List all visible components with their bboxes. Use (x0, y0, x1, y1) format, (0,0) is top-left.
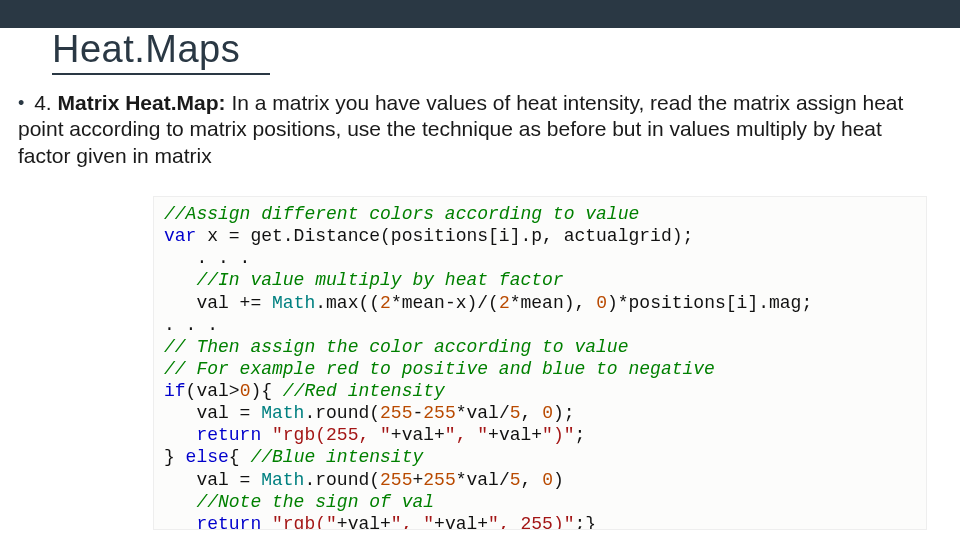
code-block: //Assign different colors according to v… (153, 196, 927, 530)
bullet-marker: • (18, 93, 24, 113)
code-comment: //Red intensity (283, 381, 445, 401)
code-comment: //Assign different colors according to v… (164, 204, 639, 224)
code-text: x = get.Distance(positions[i].p, actualg… (196, 226, 693, 246)
code-keyword: if (164, 381, 186, 401)
code-keyword: var (164, 226, 196, 246)
slide-title: Heat.Maps (52, 28, 270, 75)
code-object: Math (272, 293, 315, 313)
code-comment: //Note the sign of val (164, 492, 434, 512)
top-bar (0, 0, 960, 28)
bullet-number: 4. (34, 91, 52, 114)
bullet-bold: Matrix Heat.Map: (58, 91, 226, 114)
code-comment: // Then assign the color according to va… (164, 337, 628, 357)
code-comment: //In value multiply by heat factor (164, 270, 564, 290)
code-text: . . . (164, 315, 218, 335)
code-text: . . . (164, 248, 250, 268)
code-comment: // For example red to positive and blue … (164, 359, 715, 379)
code-comment: //Blue intensity (250, 447, 423, 467)
bullet-text: • 4. Matrix Heat.Map: In a matrix you ha… (18, 90, 938, 169)
code-text: val += (164, 293, 272, 313)
